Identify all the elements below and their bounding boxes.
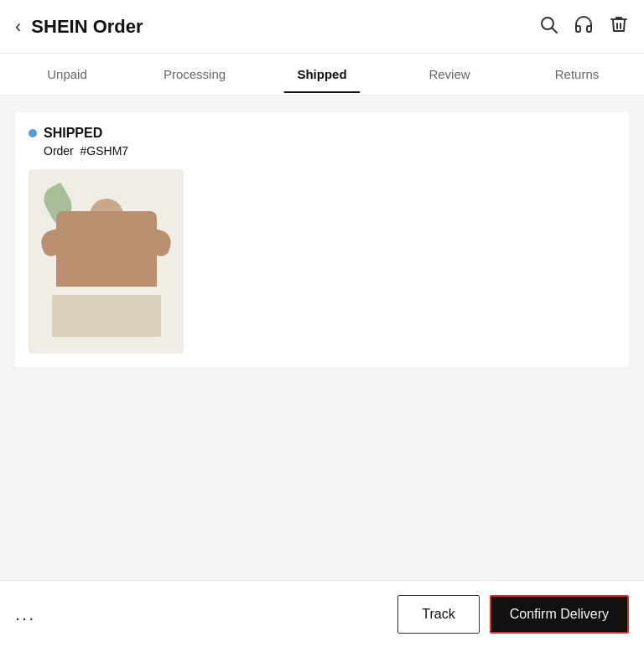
tab-review[interactable]: Review (386, 55, 513, 93)
decorative-papers (52, 295, 161, 337)
headset-icon[interactable] (574, 14, 594, 39)
svg-line-1 (553, 28, 558, 33)
order-number: Order #GSHM7 (29, 144, 615, 158)
product-image (29, 169, 184, 354)
back-button[interactable]: ‹ (15, 16, 21, 38)
product-image-placeholder (29, 169, 184, 354)
page-title: SHEIN Order (31, 16, 538, 38)
search-icon[interactable] (538, 14, 558, 39)
tab-shipped[interactable]: Shipped (258, 55, 386, 93)
tab-returns[interactable]: Returns (513, 55, 641, 93)
app-header: ‹ SHEIN Order (0, 0, 644, 54)
bottom-action-bar: ... Track Confirm Delivery (0, 580, 644, 647)
order-number-value: #GSHM7 (80, 144, 129, 158)
tab-unpaid[interactable]: Unpaid (3, 55, 131, 93)
header-icons (538, 14, 629, 39)
tabs-bar: Unpaid Processing Shipped Review Returns (0, 54, 644, 96)
confirm-delivery-button[interactable]: Confirm Delivery (490, 595, 629, 634)
order-status-row: SHIPPED (29, 126, 615, 141)
tab-processing[interactable]: Processing (131, 55, 258, 93)
more-options-button[interactable]: ... (15, 603, 387, 625)
order-status-label: SHIPPED (44, 126, 102, 141)
order-card: SHIPPED Order #GSHM7 (15, 112, 629, 367)
track-button[interactable]: Track (397, 595, 479, 634)
trash-icon[interactable] (609, 14, 629, 39)
main-content: SHIPPED Order #GSHM7 (0, 96, 644, 647)
status-dot (29, 129, 37, 137)
